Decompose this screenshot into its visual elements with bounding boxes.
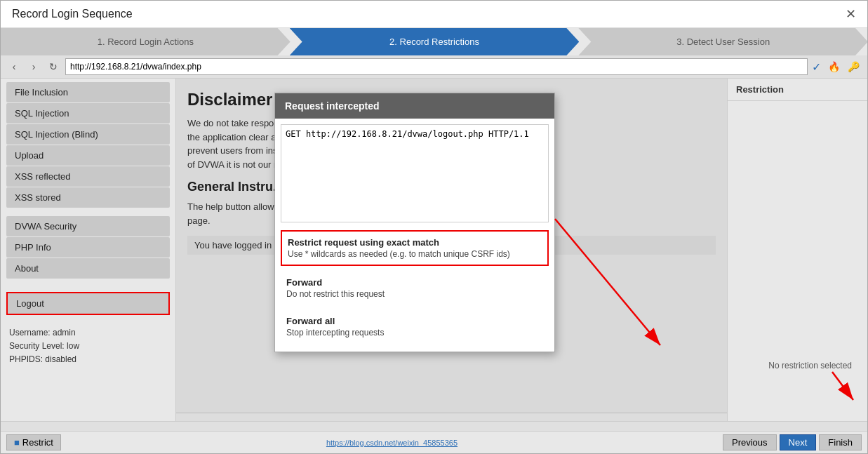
forward-button[interactable]: › [26, 59, 41, 74]
modal-overlay: Request intercepted GET http://192.168.8… [176, 79, 727, 421]
restrict-button[interactable]: ■ Restrict [6, 434, 61, 450]
page-scrollbar[interactable] [1, 421, 867, 431]
finish-button[interactable]: Finish [819, 434, 862, 450]
footer-buttons: Previous Next Finish [723, 434, 862, 450]
forward-option-title: Forward [286, 277, 543, 288]
browser-icons: 🔥 🔑 [825, 58, 862, 75]
restrict-icon: ■ [14, 437, 20, 448]
refresh-button[interactable]: ↻ [46, 59, 61, 74]
url-bar[interactable] [65, 58, 808, 75]
page-body: Disclaimer We do not take respons... ► l… [176, 79, 727, 421]
sidebar-item-php-info[interactable]: PHP Info [6, 237, 170, 258]
sidebar-item-xss-reflected[interactable]: XSS reflected [6, 166, 170, 187]
next-button[interactable]: Next [780, 434, 817, 450]
forward-option-desc: Do not restrict this request [286, 289, 543, 299]
wizard-step-1[interactable]: 1. Record Login Actions [1, 28, 291, 55]
previous-button[interactable]: Previous [723, 434, 777, 450]
sidebar-item-upload[interactable]: Upload [6, 145, 170, 166]
wizard-step-3[interactable]: 3. Detect User Session [578, 28, 868, 55]
sidebar-item-about[interactable]: About [6, 258, 170, 279]
modal-header: Request intercepted [275, 93, 554, 119]
security-level-label: Security Level: low [9, 340, 167, 353]
phpids-label: PHPIDS: disabled [9, 353, 167, 366]
modal-textarea[interactable]: GET http://192.168.8.21/dvwa/logout.php … [281, 124, 549, 222]
forward-all-option-title: Forward all [286, 316, 543, 326]
footer-url: https://blog.csdn.net/weixin_45855365 [326, 439, 458, 447]
modal-forward-all-option[interactable]: Forward all Stop intercepting requests [281, 310, 549, 343]
forward-all-option-desc: Stop intercepting requests [286, 328, 543, 338]
footer-bar: ■ Restrict https://blog.csdn.net/weixin_… [1, 431, 867, 453]
wizard-steps: 1. Record Login Actions 2. Record Restri… [1, 28, 867, 55]
window-title: Record Login Sequence [12, 8, 133, 20]
right-panel-arrow [818, 372, 860, 414]
restriction-header: Restriction [728, 79, 867, 101]
fire-icon-button[interactable]: 🔥 [825, 58, 842, 75]
close-button[interactable]: ✕ [846, 8, 856, 20]
sidebar-item-file-inclusion[interactable]: File Inclusion [6, 82, 170, 102]
wizard-step-2[interactable]: 2. Record Restrictions [290, 28, 580, 55]
modal-forward-option[interactable]: Forward Do not restrict this request [281, 272, 549, 305]
svg-line-3 [832, 372, 853, 400]
right-panel: Restriction No restriction selected [727, 79, 867, 421]
svg-line-1 [555, 219, 660, 345]
confirm-button[interactable]: ✓ [812, 60, 821, 74]
modal-box: Request intercepted GET http://192.168.8… [274, 93, 555, 352]
main-window: Record Login Sequence ✕ 1. Record Login … [0, 0, 868, 454]
main-content: File Inclusion SQL Injection SQL Injecti… [1, 79, 867, 421]
user-info: Username: admin Security Level: low PHPI… [1, 321, 175, 373]
back-button[interactable]: ‹ [6, 59, 22, 74]
modal-restrict-option[interactable]: Restrict request using exact match Use *… [281, 230, 549, 266]
sidebar: File Inclusion SQL Injection SQL Injecti… [1, 79, 176, 421]
sidebar-item-xss-stored[interactable]: XSS stored [6, 187, 170, 208]
horizontal-scrollbar[interactable] [176, 413, 727, 421]
username-label: Username: admin [9, 326, 167, 340]
browser-bar: ‹ › ↻ ✓ 🔥 🔑 [1, 55, 867, 79]
red-diagonal-arrow [555, 219, 695, 359]
restrict-option-desc: Use * wildcards as needed (e.g. to match… [288, 249, 542, 259]
sidebar-item-sql-injection-blind[interactable]: SQL Injection (Blind) [6, 124, 170, 145]
key-icon-button[interactable]: 🔑 [845, 58, 862, 75]
sidebar-item-sql-injection[interactable]: SQL Injection [6, 103, 170, 123]
restrict-option-title: Restrict request using exact match [288, 237, 542, 248]
logout-button[interactable]: Logout [6, 292, 170, 315]
sidebar-item-dvwa-security[interactable]: DVWA Security [6, 216, 170, 236]
title-bar: Record Login Sequence ✕ [1, 1, 867, 28]
